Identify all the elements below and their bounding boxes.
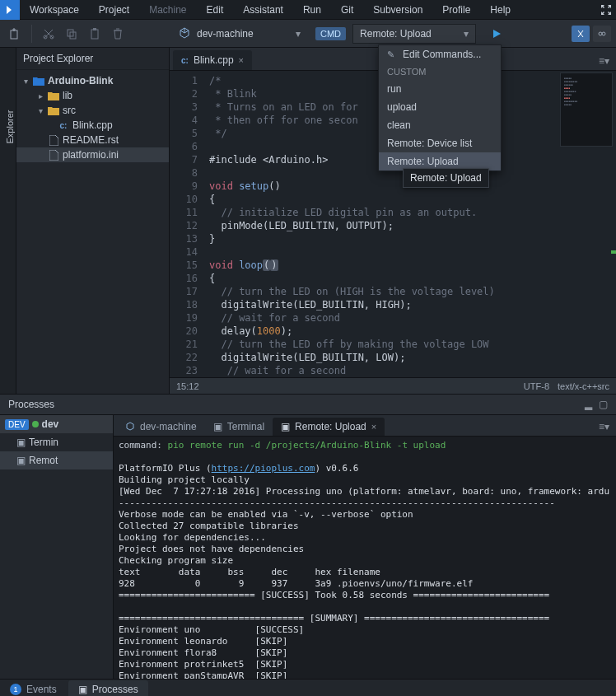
tree-file-readme[interactable]: README.rst bbox=[16, 133, 169, 147]
app-logo[interactable] bbox=[0, 0, 20, 20]
editor-tab[interactable]: c: Blink.cpp × bbox=[173, 50, 252, 70]
svg-point-8 bbox=[602, 32, 605, 35]
dev-name: dev bbox=[42, 418, 59, 430]
edit-commands-item[interactable]: Edit Commands... bbox=[379, 45, 501, 63]
menu-run[interactable]: Run bbox=[293, 0, 331, 20]
machine-name: dev-machine bbox=[197, 28, 296, 40]
cpp-file-icon: c: bbox=[181, 56, 189, 65]
processes-panel: DEV dev ▣ Termin ▣ Remot dev-machine ▣ T… bbox=[0, 415, 616, 679]
terminal-icon: ▣ bbox=[213, 421, 222, 432]
dev-badge: DEV bbox=[5, 419, 29, 430]
close-icon[interactable]: × bbox=[239, 55, 244, 65]
cpp-file-icon: c: bbox=[58, 119, 69, 131]
panel-toggle-button[interactable] bbox=[572, 26, 590, 42]
terminal-icon: ▣ bbox=[16, 455, 26, 466]
project-icon bbox=[33, 75, 44, 86]
chevron-down-icon: ▾ bbox=[464, 28, 469, 40]
minimize-icon[interactable]: ▂ bbox=[585, 399, 592, 410]
editor-tab-label: Blink.cpp bbox=[194, 54, 234, 66]
tree-project[interactable]: ▾ Arduino-Blink bbox=[16, 73, 169, 88]
processes-tree: DEV dev ▣ Termin ▣ Remot bbox=[0, 415, 114, 679]
delete-icon[interactable] bbox=[108, 24, 128, 44]
process-tab-terminal[interactable]: ▣ Terminal bbox=[205, 418, 273, 436]
chevron-down-icon: ▾ bbox=[296, 28, 301, 40]
processes-tab[interactable]: ▣ Processes bbox=[68, 680, 148, 697]
menu-profile[interactable]: Profile bbox=[432, 0, 480, 20]
command-item[interactable]: Remote: Device list bbox=[379, 134, 501, 152]
process-tree-remote[interactable]: ▣ Remot bbox=[0, 451, 113, 469]
editor-statusbar: 15:12 UTF-8 text/x-c++src bbox=[170, 377, 616, 394]
project-explorer-title: Project Explorer bbox=[16, 48, 169, 70]
paste-icon[interactable] bbox=[85, 24, 105, 44]
svg-rect-6 bbox=[93, 28, 96, 30]
project-name: Arduino-Blink bbox=[48, 75, 113, 86]
menu-assistant[interactable]: Assistant bbox=[233, 0, 293, 20]
cmd-badge[interactable]: CMD bbox=[315, 27, 346, 40]
cut-icon[interactable] bbox=[39, 24, 58, 44]
menu-machine[interactable]: Machine bbox=[139, 0, 196, 20]
command-selected: Remote: Upload bbox=[360, 28, 464, 40]
tree-file-cpp[interactable]: c: Blink.cpp bbox=[16, 118, 169, 133]
svg-rect-5 bbox=[91, 30, 98, 39]
processes-title: Processes bbox=[8, 399, 54, 410]
minimap[interactable]: ■■■■■■■■■■■■■■■■■■■■ ■■■■■■■■■■■■■■■■■ ■… bbox=[560, 72, 613, 147]
pencil-icon bbox=[387, 49, 398, 60]
project-explorer: Project Explorer ▾ Arduino-Blink ▸ lib ▾ bbox=[16, 48, 170, 394]
command-item[interactable]: run bbox=[379, 80, 501, 98]
menu-items: WorkspaceProjectMachineEditAssistantRunG… bbox=[20, 0, 520, 20]
tooltip: Remote: Upload bbox=[403, 168, 489, 188]
close-icon[interactable]: × bbox=[371, 422, 376, 432]
processes-main: dev-machine ▣ Terminal ▣ Remote: Upload … bbox=[114, 415, 616, 679]
machine-selector[interactable]: dev-machine ▾ bbox=[174, 26, 306, 42]
terminal-output[interactable]: command: pio remote run -d /projects/Ard… bbox=[114, 437, 616, 679]
toolbar: dev-machine ▾ CMD Remote: Upload ▾ bbox=[0, 20, 616, 48]
cube-icon bbox=[125, 422, 135, 432]
svg-point-7 bbox=[599, 32, 602, 35]
tree-folder-src[interactable]: ▾ src bbox=[16, 103, 169, 118]
copy-icon[interactable] bbox=[62, 24, 82, 44]
file-icon bbox=[48, 149, 59, 161]
menu-workspace[interactable]: Workspace bbox=[20, 0, 89, 20]
file-icon bbox=[48, 134, 59, 146]
process-tree-terminal[interactable]: ▣ Termin bbox=[0, 433, 113, 451]
folder-icon bbox=[48, 105, 59, 116]
menu-git[interactable]: Git bbox=[331, 0, 363, 20]
menu-project[interactable]: Project bbox=[89, 0, 139, 20]
menu-subversion[interactable]: Subversion bbox=[363, 0, 432, 20]
terminal-icon: ▣ bbox=[16, 437, 26, 448]
process-tab-remote-upload[interactable]: ▣ Remote: Upload × bbox=[273, 418, 385, 436]
menubar: WorkspaceProjectMachineEditAssistantRunG… bbox=[0, 0, 616, 20]
menu-edit[interactable]: Edit bbox=[197, 0, 234, 20]
events-tab[interactable]: 1 Events bbox=[0, 680, 67, 697]
dev-machine-row[interactable]: DEV dev bbox=[0, 415, 113, 433]
custom-section-header: CUSTOM bbox=[379, 63, 501, 80]
folder-icon bbox=[48, 90, 59, 101]
ruler-mark bbox=[611, 250, 616, 254]
new-file-icon[interactable] bbox=[5, 24, 25, 44]
cube-icon bbox=[179, 27, 192, 40]
menu-help[interactable]: Help bbox=[480, 0, 520, 20]
command-item[interactable]: upload bbox=[379, 98, 501, 116]
line-gutter: 1234567891011121314151617181920212223 bbox=[170, 71, 204, 377]
svg-rect-0 bbox=[11, 30, 17, 39]
events-count: 1 bbox=[10, 684, 21, 695]
file-type: text/x-c++src bbox=[558, 381, 609, 391]
tree-folder-lib[interactable]: ▸ lib bbox=[16, 88, 169, 103]
maximize-icon[interactable]: ▢ bbox=[599, 399, 608, 410]
processes-tabs: dev-machine ▣ Terminal ▣ Remote: Upload … bbox=[114, 415, 616, 437]
explorer-side-tab[interactable]: Explorer bbox=[0, 48, 16, 394]
cursor-position: 15:12 bbox=[176, 381, 199, 391]
panel-toggle-button-2[interactable] bbox=[593, 26, 611, 42]
explorer-side-label: Explorer bbox=[5, 102, 15, 152]
run-button[interactable] bbox=[486, 25, 507, 43]
command-selector[interactable]: Remote: Upload ▾ bbox=[352, 24, 476, 44]
processes-header[interactable]: Processes ▂ ▢ bbox=[0, 394, 616, 415]
process-tab-machine[interactable]: dev-machine bbox=[117, 418, 205, 436]
processes-menu-icon[interactable]: ≡▾ bbox=[599, 421, 609, 436]
tree-file-ini[interactable]: platformio.ini bbox=[16, 147, 169, 162]
fullscreen-icon[interactable] bbox=[596, 0, 616, 20]
terminal-icon: ▣ bbox=[281, 421, 290, 432]
command-item[interactable]: clean bbox=[379, 116, 501, 134]
editor-menu-icon[interactable]: ≡▾ bbox=[599, 55, 609, 70]
file-encoding: UTF-8 bbox=[524, 381, 549, 391]
